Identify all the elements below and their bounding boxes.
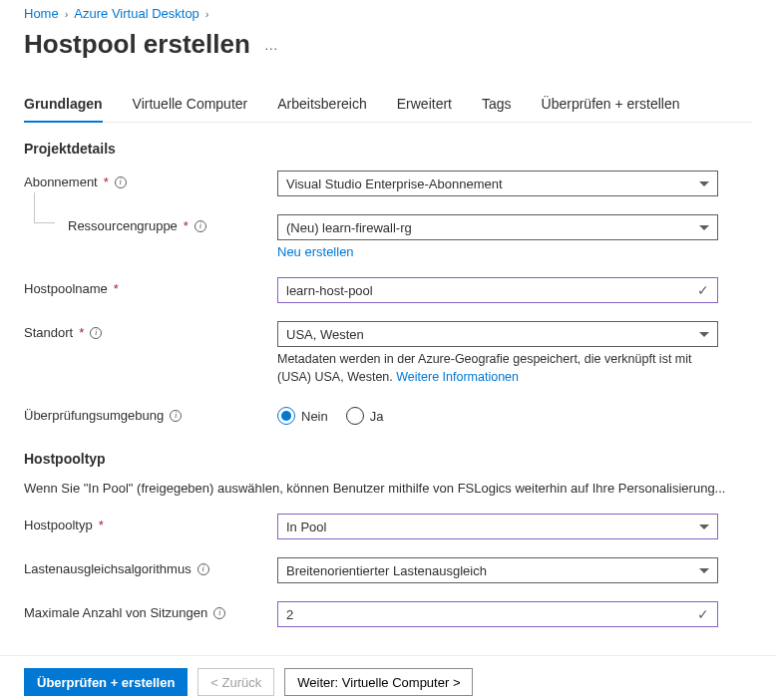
tab-tags[interactable]: Tags [482,96,512,122]
location-value: USA, Westen [286,327,364,342]
resource-group-value: (Neu) learn-firewall-rg [286,220,412,235]
location-select[interactable]: USA, Westen [277,321,718,347]
label-location: Standort [24,325,73,340]
resource-group-select[interactable]: (Neu) learn-firewall-rg [277,214,718,240]
chevron-down-icon [699,332,709,337]
max-sessions-value: 2 [286,607,293,622]
breadcrumb: Home › Azure Virtual Desktop › [24,6,752,21]
check-icon: ✓ [697,282,709,298]
label-max-sessions: Maximale Anzahl von Sitzungen [24,605,207,620]
info-icon[interactable]: i [194,220,206,232]
chevron-down-icon [699,525,709,529]
info-icon[interactable]: i [197,563,209,575]
required-marker: * [99,518,104,532]
next-button[interactable]: Weiter: Virtuelle Computer > [284,668,473,696]
chevron-down-icon [699,225,709,230]
label-validation-env: Überprüfungsumgebung [24,408,164,423]
validation-env-radio-group: Nein Ja [277,404,718,425]
validation-env-no[interactable]: Nein [277,407,328,425]
review-create-button[interactable]: Überprüfen + erstellen [24,668,188,696]
label-resource-group: Ressourcengruppe [68,218,178,233]
info-icon[interactable]: i [170,410,182,422]
section-project-details: Projektdetails [24,141,752,157]
breadcrumb-home[interactable]: Home [24,6,59,21]
chevron-right-icon: › [205,8,209,20]
tab-review[interactable]: Überprüfen + erstellen [542,96,680,122]
tab-arbeitsbereich[interactable]: Arbeitsbereich [277,96,367,122]
tab-grundlagen[interactable]: Grundlagen [24,96,103,122]
required-marker: * [184,218,189,233]
required-marker: * [79,325,84,340]
hostpool-type-select[interactable]: In Pool [277,514,718,539]
hostpool-name-input[interactable]: learn-host-pool ✓ [277,277,718,303]
radio-label-yes: Ja [370,409,384,424]
section-hostpool-type: Hostpooltyp [24,451,752,467]
location-helper: Metadaten werden in der Azure-Geografie … [277,351,718,386]
chevron-right-icon: › [65,8,69,20]
tabs: Grundlagen Virtuelle Computer Arbeitsber… [24,96,752,123]
hostpool-type-description: Wenn Sie "In Pool" (freigegeben) auswähl… [24,481,752,496]
load-balancing-value: Breitenorientierter Lastenausgleich [286,563,487,578]
hostpool-name-value: learn-host-pool [286,283,373,298]
info-icon[interactable]: i [115,176,127,188]
breadcrumb-parent[interactable]: Azure Virtual Desktop [74,6,199,21]
check-icon: ✓ [697,606,709,622]
hostpool-type-value: In Pool [286,520,326,534]
chevron-down-icon [699,181,709,186]
load-balancing-select[interactable]: Breitenorientierter Lastenausgleich [277,557,718,583]
subscription-select[interactable]: Visual Studio Enterprise-Abonnement [277,171,718,196]
more-info-link[interactable]: Weitere Informationen [396,370,519,384]
label-hostpool-name: Hostpoolname [24,281,108,296]
label-hostpool-type: Hostpooltyp [24,518,93,532]
validation-env-yes[interactable]: Ja [346,407,384,425]
chevron-down-icon [699,568,709,573]
back-button: < Zurück [197,668,274,696]
create-new-link[interactable]: Neu erstellen [277,244,354,259]
required-marker: * [104,175,109,189]
page-title: Hostpool erstellen [24,29,250,60]
tab-virtuelle-computer[interactable]: Virtuelle Computer [133,96,248,122]
more-actions-icon[interactable]: … [264,37,279,53]
required-marker: * [114,281,119,296]
label-subscription: Abonnement [24,175,98,189]
radio-icon [277,407,295,425]
max-sessions-input[interactable]: 2 ✓ [277,601,718,627]
radio-icon [346,407,364,425]
tab-erweitert[interactable]: Erweitert [397,96,452,122]
radio-label-no: Nein [301,409,328,424]
info-icon[interactable]: i [90,327,102,339]
info-icon[interactable]: i [213,607,225,619]
subscription-value: Visual Studio Enterprise-Abonnement [286,176,503,191]
label-load-balancing: Lastenausgleichsalgorithmus [24,561,192,576]
wizard-footer: Überprüfen + erstellen < Zurück Weiter: … [0,655,776,700]
